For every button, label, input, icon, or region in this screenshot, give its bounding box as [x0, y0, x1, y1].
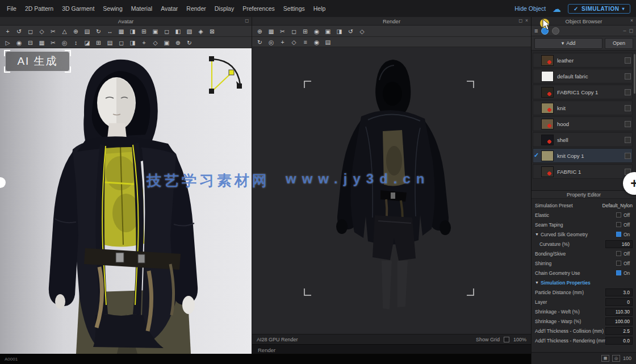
object-row-shell[interactable]: shell — [533, 132, 633, 147]
tool-icon[interactable]: ▦ — [116, 27, 126, 35]
grid-view-icon[interactable]: ▦ — [601, 355, 609, 362]
tool-icon[interactable]: ◧ — [173, 27, 183, 35]
object-row-knit-copy1[interactable]: ✓ knit Copy 1 — [533, 148, 633, 163]
tool-icon[interactable]: ◨ — [128, 27, 137, 35]
tool-icon[interactable]: ◇ — [357, 27, 367, 35]
property-row-shrinkage-weft[interactable]: Shrinkage - Weft (%) 110.30 — [532, 307, 636, 316]
tool-icon[interactable]: ◉ — [14, 38, 24, 47]
curvature-input[interactable]: 160 — [605, 240, 633, 248]
property-row-curved-silk[interactable]: ▼ Curved Silk Geometry On — [532, 229, 636, 239]
object-row-hood[interactable]: hood — [533, 116, 633, 131]
expand-icon[interactable]: ◻ — [629, 28, 633, 34]
tool-icon[interactable]: ⊕ — [255, 27, 265, 35]
tool-icon[interactable]: ◎ — [60, 38, 69, 47]
tool-icon[interactable]: ⊞ — [300, 27, 310, 35]
hamburger-menu-icon[interactable]: ≡ — [534, 27, 538, 34]
tab-fabric-icon[interactable] — [552, 27, 559, 35]
tool-icon[interactable]: ◇ — [37, 27, 47, 35]
visibility-toggle-icon[interactable] — [625, 57, 631, 64]
tool-icon[interactable]: ▷ — [3, 38, 12, 47]
panel-options-icon[interactable]: ◻ — [518, 18, 522, 23]
tool-icon[interactable]: ◈ — [196, 27, 206, 35]
tool-icon[interactable]: ◉ — [312, 27, 321, 35]
thickness-collision-input[interactable]: 2.5 — [605, 327, 633, 335]
tool-icon[interactable]: ◪ — [82, 38, 92, 47]
tool-icon[interactable]: ⊟ — [26, 38, 35, 47]
tab-scene-icon[interactable] — [541, 27, 549, 35]
tool-icon[interactable]: △ — [60, 27, 69, 35]
close-icon[interactable]: × — [525, 18, 528, 23]
menu-item-material[interactable]: Material — [131, 5, 152, 12]
tool-icon[interactable]: ✂ — [48, 27, 58, 35]
thickness-rendering-input[interactable]: 0.0 — [605, 337, 633, 345]
tool-icon[interactable]: ▧ — [185, 27, 194, 35]
shrinkage-weft-input[interactable]: 110.30 — [605, 308, 633, 316]
tool-icon[interactable]: ✂ — [48, 38, 58, 47]
tool-icon[interactable]: ⊕ — [71, 27, 81, 35]
simulation-mode-dropdown[interactable]: ✓ SIMULATION ▾ — [568, 4, 630, 14]
menu-item-avatar[interactable]: Avatar — [161, 5, 178, 12]
tool-icon[interactable]: ↺ — [346, 27, 355, 35]
fabric-thumbnail[interactable] — [541, 103, 554, 114]
menu-item-sewing[interactable]: Sewing — [103, 5, 122, 12]
expand-arrow-icon[interactable]: ▼ — [535, 281, 539, 284]
menu-item-file[interactable]: File — [7, 5, 16, 12]
object-row-knit[interactable]: knit — [533, 101, 633, 115]
tool-icon[interactable]: + — [278, 37, 287, 46]
tool-icon[interactable]: ⊕ — [173, 38, 183, 47]
tool-icon[interactable]: + — [139, 38, 149, 47]
tool-icon[interactable]: ↻ — [255, 37, 265, 46]
tool-icon[interactable]: ▤ — [82, 27, 92, 35]
tool-icon[interactable]: ◻ — [26, 27, 35, 35]
elastic-checkbox[interactable] — [616, 212, 621, 217]
property-row-particle-distance[interactable]: Particle Distance (mm) 3.0 — [532, 287, 636, 297]
fabric-thumbnail[interactable] — [541, 55, 554, 66]
preset-value[interactable]: Default_Nylon — [602, 203, 633, 208]
expand-arrow-icon[interactable]: ▼ — [535, 232, 539, 236]
zoom-icon[interactable]: ◎ — [612, 355, 620, 362]
tool-icon[interactable]: ▤ — [323, 37, 333, 46]
property-section-simulation[interactable]: ▼ Simulation Properties — [532, 278, 636, 287]
property-row-elastic[interactable]: Elastic Off — [532, 210, 636, 220]
visibility-toggle-icon[interactable] — [625, 137, 631, 143]
tool-icon[interactable]: ↔ — [105, 27, 115, 35]
render-viewport[interactable] — [252, 47, 531, 334]
tool-icon[interactable]: ⊠ — [207, 27, 217, 35]
tool-icon[interactable]: ▣ — [162, 38, 171, 47]
property-row-seam-taping[interactable]: Seam Taping Off — [532, 220, 636, 229]
tool-icon[interactable]: ▤ — [105, 38, 115, 47]
tool-icon[interactable]: ◻ — [162, 27, 171, 35]
tool-icon[interactable]: ▦ — [266, 27, 276, 35]
property-row-preset[interactable]: Simulation Preset Default_Nylon — [532, 200, 636, 210]
tool-icon[interactable]: ◻ — [289, 27, 299, 35]
fabric-thumbnail[interactable] — [541, 71, 554, 82]
menu-item-help[interactable]: Help — [313, 5, 326, 12]
property-row-bonding[interactable]: Bonding/Skive Off — [532, 249, 636, 258]
avatar-3d-viewport[interactable]: AI 生成 — [0, 48, 252, 354]
tool-icon[interactable]: ◇ — [289, 37, 299, 46]
menu-item-render[interactable]: Render — [186, 5, 206, 12]
fabric-thumbnail[interactable] — [541, 119, 554, 129]
tool-icon[interactable]: ↻ — [94, 27, 103, 35]
tool-icon[interactable]: ≡ — [300, 37, 310, 46]
object-row-fabric1-copy1[interactable]: FABRIC1 Copy 1 — [533, 85, 633, 99]
render-garment[interactable] — [252, 47, 531, 334]
visibility-toggle-icon[interactable] — [625, 153, 631, 159]
tool-icon[interactable]: ◎ — [266, 37, 276, 46]
fabric-thumbnail[interactable] — [541, 166, 554, 177]
menu-item-display[interactable]: Display — [215, 5, 234, 12]
property-row-shirring[interactable]: Shirring Off — [532, 258, 636, 268]
menu-item-3d-garment[interactable]: 3D Garment — [62, 5, 94, 12]
fabric-thumbnail[interactable] — [541, 150, 554, 161]
object-row-fabric1[interactable]: FABRIC 1 — [533, 164, 633, 179]
property-row-shrinkage-warp[interactable]: Shrinkage - Warp (%) 100.00 — [532, 316, 636, 326]
tool-icon[interactable]: ↺ — [14, 27, 24, 35]
particle-distance-input[interactable]: 3.0 — [605, 288, 633, 296]
bonding-checkbox[interactable] — [616, 251, 621, 256]
add-button[interactable]: ▾ Add — [534, 38, 602, 49]
menu-item-settings[interactable]: Settings — [283, 5, 305, 12]
tool-icon[interactable]: ✂ — [278, 27, 287, 35]
shirring-checkbox[interactable] — [616, 261, 621, 266]
tool-icon[interactable]: ◨ — [128, 38, 137, 47]
property-row-thickness-collision[interactable]: Add'l Thickness - Collision (mm) 2.5 — [532, 326, 636, 336]
